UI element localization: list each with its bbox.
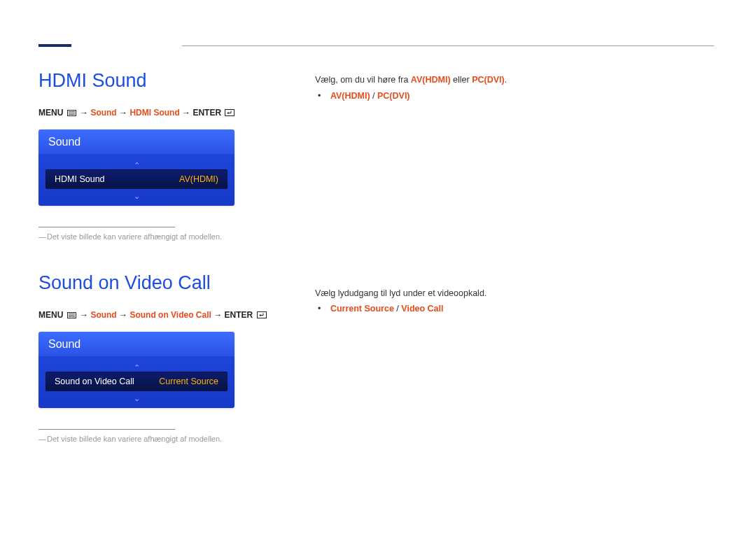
chevron-up-icon: ⌃ [134,161,140,169]
breadcrumb-hdmi-sound: MENU → Sound → HDMI Sound → ENTER [38,108,287,118]
breadcrumb-enter: ENTER [225,310,253,320]
breadcrumb-sound: Sound [90,108,116,118]
desc-video-call: Vælg lydudgang til lyd under et videoopk… [315,287,714,300]
breadcrumb-arrow: → [119,310,130,320]
spacer [315,103,714,287]
page-section-marker [38,44,71,47]
breadcrumb-arrow: → [80,310,90,320]
desc-pc-dvi: PC(DVI) [472,75,505,85]
osd-item-hdmi-sound: HDMI Sound AV(HDMI) [46,169,227,189]
breadcrumb-arrow: → [214,310,224,320]
breadcrumb-menu: MENU [38,108,63,118]
option-list-videocall: Current Source / Video Call [315,302,714,316]
breadcrumb-arrow: → [182,108,192,118]
breadcrumb-arrow: → [119,108,130,118]
desc-text: . [505,75,507,85]
osd-item-label: Sound on Video Call [55,377,134,386]
osd-item-video-call: Sound on Video Call Current Source [46,372,227,391]
option-separator: / [370,91,377,101]
breadcrumb-menu: MENU [38,310,63,320]
divider [38,429,175,430]
osd-header: Sound [38,129,234,154]
menu-icon [67,311,76,321]
osd-item-value: Current Source [159,377,218,386]
chevron-down-icon: ⌄ [134,394,140,402]
note-hdmi: Det viste billede kan variere afhængigt … [38,232,287,241]
option-list-hdmi: AV(HDMI) / PC(DVI) [315,90,714,103]
osd-header: Sound [38,332,234,356]
note-videocall: Det viste billede kan variere afhængigt … [38,435,287,443]
option-avhdmi: AV(HDMI) [330,91,370,101]
enter-icon [257,311,267,321]
desc-text: eller [451,75,472,85]
page-top-rule [182,45,714,46]
osd-panel-video-call: Sound ⌃ Sound on Video Call Current Sour… [38,332,234,408]
breadcrumb-hdmi: HDMI Sound [130,108,179,118]
breadcrumb-svc: Sound on Video Call [130,310,211,320]
breadcrumb-arrow: → [80,108,90,118]
desc-text: Vælg, om du vil høre fra [315,75,411,85]
option-separator: / [394,304,401,314]
desc-av-hdmi: AV(HDMI) [411,75,451,85]
desc-hdmi-sound: Vælg, om du vil høre fra AV(HDMI) eller … [315,73,714,87]
breadcrumb-sound: Sound [90,310,116,320]
breadcrumb-enter: ENTER [192,108,221,118]
osd-panel-hdmi-sound: Sound ⌃ HDMI Sound AV(HDMI) ⌄ [38,129,234,206]
breadcrumb-video-call: MENU → Sound → Sound on Video Call → ENT… [38,310,287,321]
enter-icon [225,108,234,118]
chevron-down-icon: ⌄ [134,192,140,200]
option-pcdvi: PC(DVI) [377,91,410,101]
osd-body: ⌃ HDMI Sound AV(HDMI) ⌄ [38,154,234,206]
divider [38,227,175,227]
chevron-up-icon: ⌃ [134,363,140,372]
osd-item-value: AV(HDMI) [179,174,218,184]
section-title-hdmi-sound: HDMI Sound [38,70,287,92]
option-current-source: Current Source [330,304,394,314]
menu-icon [67,108,76,118]
osd-body: ⌃ Sound on Video Call Current Source ⌄ [38,356,234,408]
section-title-video-call: Sound on Video Call [38,272,287,294]
option-video-call: Video Call [401,304,443,314]
osd-item-label: HDMI Sound [55,174,105,184]
